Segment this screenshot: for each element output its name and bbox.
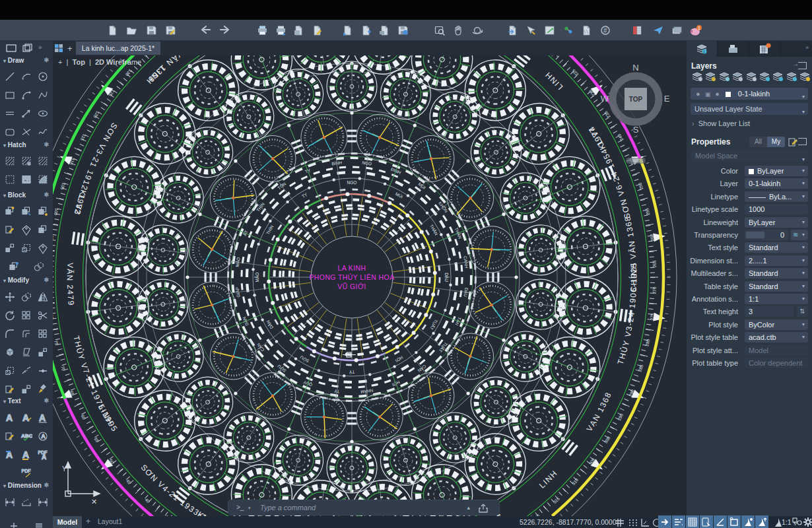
svg-text:1: 1 bbox=[698, 26, 700, 30]
svg-text:A: A bbox=[6, 412, 13, 423]
svg-text:PDF: PDF bbox=[22, 469, 31, 473]
svg-text:Y: Y bbox=[62, 465, 67, 473]
svg-text:✕: ✕ bbox=[91, 498, 97, 506]
svg-text:A: A bbox=[42, 453, 46, 461]
svg-text:A: A bbox=[22, 412, 29, 423]
svg-text:A: A bbox=[42, 433, 46, 440]
svg-text:A: A bbox=[22, 449, 29, 460]
svg-text:A: A bbox=[39, 412, 46, 423]
svg-text:#: # bbox=[603, 27, 607, 34]
